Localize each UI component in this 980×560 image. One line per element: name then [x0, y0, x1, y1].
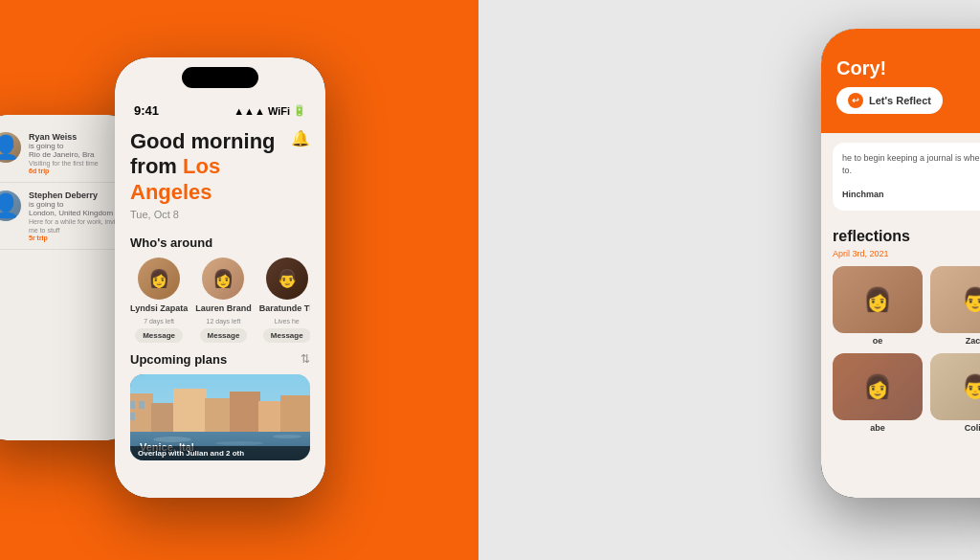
contact-item[interactable]: 👤 Stephen Deberry is going to London, Un…: [0, 183, 124, 250]
who-around-list: 👩 Lyndsi Zapata 7 days left Message 👩 La…: [130, 258, 310, 343]
photo-colin: 👨: [930, 353, 980, 420]
hello-text: Cory!: [836, 57, 980, 79]
reflect-icon: ↩: [848, 93, 863, 108]
left-section: 👤 Ryan Weiss is going to Rio de Janeiro,…: [0, 0, 479, 560]
contact-info-stephen: Stephen Deberry is going to London, Unit…: [29, 190, 124, 241]
svg-rect-11: [130, 413, 135, 420]
venice-card[interactable]: Venice, Ital Overlap with Julian and 2 o…: [130, 374, 310, 460]
svg-point-14: [273, 435, 301, 438]
avatar-lauren: 👩: [202, 258, 244, 300]
reflections-header: Cory! ↩ Let's Reflect: [821, 29, 980, 133]
status-icons: ▲▲▲ WiFi 🔋: [234, 104, 306, 117]
svg-rect-7: [258, 401, 282, 432]
person-babe[interactable]: 👩 abe: [833, 353, 923, 433]
avatar-baratunde: 👨: [266, 258, 308, 300]
svg-rect-6: [230, 392, 260, 432]
contact-item[interactable]: 👤 Ryan Weiss is going to Rio de Janeiro,…: [0, 124, 124, 183]
phone-partial-left: 👤 Ryan Weiss is going to Rio de Janeiro,…: [0, 115, 134, 440]
svg-rect-5: [205, 398, 232, 432]
phone-good-morning: 9:41 ▲▲▲ WiFi 🔋 Good morning f: [115, 57, 325, 498]
avatar-ryan: 👤: [0, 132, 21, 163]
avatar-lyndsi: 👩: [138, 258, 180, 300]
person-colin[interactable]: 👨 Colin: [930, 353, 980, 433]
reflections-people-grid: 👩 oe 👨 Zack 👩 abe: [821, 266, 980, 433]
reflections-date: April 3rd, 2021: [821, 249, 980, 266]
message-button-baratunde[interactable]: Message: [263, 328, 310, 343]
reflections-section-title: reflections: [821, 220, 980, 249]
quote-text: he to begin keeping a journal is wheneve…: [842, 152, 980, 176]
contact-info-ryan: Ryan Weiss is going to Rio de Janeiro, B…: [29, 132, 124, 174]
person-zoe[interactable]: 👩 oe: [833, 266, 923, 346]
photo-zack: 👨: [930, 266, 980, 333]
person-zack[interactable]: 👨 Zack: [930, 266, 980, 346]
svg-rect-8: [280, 395, 310, 432]
good-morning-content: Good morning from Los Angeles Tue, Oct 8…: [115, 122, 325, 498]
avatar-stephen: 👤: [0, 190, 21, 221]
svg-rect-3: [151, 403, 175, 432]
svg-point-13: [215, 441, 263, 445]
greeting-title: Good morning from Los Angeles: [130, 129, 291, 205]
svg-rect-10: [139, 401, 145, 409]
message-button-lyndsi[interactable]: Message: [135, 328, 183, 343]
photo-babe: 👩: [833, 353, 923, 420]
overlap-badge: Overlap with Julian and 2 oth: [130, 446, 310, 460]
sort-icon[interactable]: ⇅: [301, 352, 310, 366]
photo-zoe: 👩: [833, 266, 923, 333]
quote-card: he to begin keeping a journal is wheneve…: [833, 143, 980, 211]
upcoming-title: Upcoming plans: [130, 352, 227, 367]
phone-reflections: Cory! ↩ Let's Reflect he to begin keepin…: [821, 29, 980, 498]
svg-rect-4: [173, 389, 207, 432]
person-card-baratunde[interactable]: 👨 Baratunde Th Lives he Message: [259, 258, 310, 343]
person-card-lyndsi[interactable]: 👩 Lyndsi Zapata 7 days left Message: [130, 258, 188, 343]
person-card-lauren[interactable]: 👩 Lauren Brand 12 days left Message: [195, 258, 252, 343]
status-bar: 9:41 ▲▲▲ WiFi 🔋: [115, 92, 325, 122]
lets-reflect-button[interactable]: ↩ Let's Reflect: [836, 87, 943, 114]
right-section: Cory! ↩ Let's Reflect he to begin keepin…: [479, 0, 980, 560]
svg-rect-9: [130, 401, 135, 409]
bell-icon[interactable]: 🔔: [291, 129, 310, 147]
dynamic-island: [182, 67, 258, 88]
quote-author: Hinchman: [842, 190, 884, 199]
greeting-header: Good morning from Los Angeles Tue, Oct 8…: [130, 122, 310, 226]
whos-around-title: Who's around: [130, 235, 310, 250]
message-button-lauren[interactable]: Message: [200, 328, 248, 343]
upcoming-section: Upcoming plans ⇅: [130, 352, 310, 460]
upcoming-header: Upcoming plans ⇅: [130, 352, 310, 367]
